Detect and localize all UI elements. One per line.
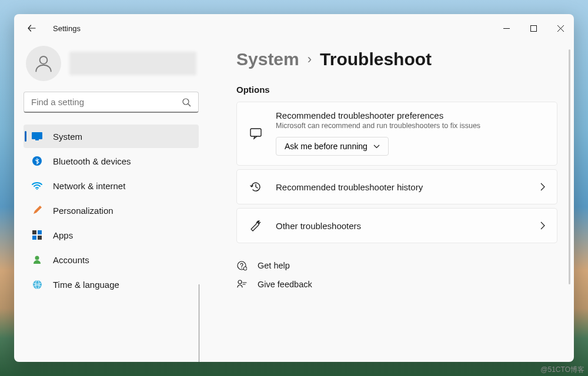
pref-subtitle: Microsoft can recommend and run troubles…: [276, 122, 545, 130]
breadcrumb: System › Troubleshoot: [236, 49, 557, 69]
search-box[interactable]: [24, 92, 199, 113]
svg-point-19: [238, 280, 242, 284]
close-button[interactable]: [547, 19, 574, 38]
watermark: @51CTO博客: [540, 365, 584, 375]
maximize-button[interactable]: [520, 19, 547, 38]
apps-icon: [32, 230, 42, 240]
sidebar: System Bluetooth & devices Network & int…: [14, 42, 208, 362]
search-input[interactable]: [31, 97, 182, 107]
close-icon: [557, 25, 564, 32]
breadcrumb-current: Troubleshoot: [320, 49, 432, 69]
sidebar-item-time[interactable]: Time & language: [24, 273, 199, 296]
svg-rect-8: [38, 230, 42, 234]
svg-rect-3: [32, 132, 42, 139]
feedback-label: Give feedback: [258, 280, 312, 289]
profile-name: [69, 52, 196, 75]
account-icon: [32, 254, 42, 265]
chat-icon: [249, 127, 263, 140]
help-label: Get help: [258, 261, 290, 270]
help-icon: [236, 260, 247, 271]
bluetooth-icon: [32, 156, 42, 166]
titlebar: Settings: [14, 14, 574, 42]
minimize-button[interactable]: [493, 19, 520, 38]
globe-icon: [32, 279, 42, 290]
sidebar-item-bluetooth[interactable]: Bluetooth & devices: [24, 149, 199, 173]
section-title-options: Options: [236, 85, 557, 95]
chevron-right-icon: [540, 183, 545, 191]
card-history[interactable]: Recommended troubleshooter history: [236, 169, 557, 204]
get-help-link[interactable]: Get help: [236, 256, 557, 275]
svg-rect-0: [530, 25, 536, 31]
feedback-icon: [236, 279, 247, 290]
svg-point-6: [36, 189, 38, 190]
nav-label: Bluetooth & devices: [53, 156, 131, 166]
avatar: [26, 46, 61, 81]
wifi-icon: [32, 180, 42, 191]
sidebar-item-apps[interactable]: Apps: [24, 223, 199, 247]
svg-rect-10: [38, 236, 42, 240]
chevron-down-icon: [373, 145, 380, 149]
nav-label: Personalization: [53, 206, 113, 216]
nav-label: Time & language: [53, 280, 119, 290]
main-scrollbar[interactable]: [569, 49, 570, 284]
pref-title: Recommended troubleshooter preferences: [276, 110, 545, 120]
maximize-icon: [530, 25, 537, 32]
svg-point-11: [35, 256, 39, 260]
svg-rect-14: [250, 129, 261, 136]
nav-label: Apps: [53, 230, 73, 240]
history-icon: [249, 180, 263, 193]
svg-point-1: [40, 56, 48, 64]
sidebar-item-network[interactable]: Network & internet: [24, 174, 199, 197]
minimize-icon: [503, 25, 510, 32]
search-icon: [182, 98, 191, 107]
svg-point-18: [243, 267, 247, 270]
card-other-troubleshooters[interactable]: Other troubleshooters: [236, 208, 557, 243]
display-icon: [32, 131, 42, 142]
svg-point-12: [33, 280, 42, 289]
dropdown-value: Ask me before running: [285, 142, 368, 151]
person-icon: [34, 53, 54, 73]
svg-rect-7: [32, 230, 36, 234]
window-title: Settings: [53, 24, 81, 33]
brush-icon: [32, 205, 42, 216]
wrench-icon: [249, 219, 263, 232]
profile-section[interactable]: [24, 42, 199, 92]
nav-label: Accounts: [53, 255, 89, 265]
main-content: System › Troubleshoot Options Recommende…: [208, 42, 574, 362]
other-title: Other troubleshooters: [276, 221, 527, 231]
sidebar-item-system[interactable]: System: [24, 125, 199, 148]
nav-list: System Bluetooth & devices Network & int…: [24, 125, 199, 296]
card-preferences: Recommended troubleshooter preferences M…: [236, 102, 557, 166]
give-feedback-link[interactable]: Give feedback: [236, 275, 557, 294]
back-button[interactable]: [25, 21, 39, 35]
nav-label: System: [53, 132, 82, 142]
breadcrumb-parent[interactable]: System: [236, 49, 299, 69]
svg-rect-9: [32, 236, 36, 240]
svg-point-2: [183, 99, 189, 105]
chevron-right-icon: [540, 221, 545, 230]
pref-dropdown[interactable]: Ask me before running: [276, 137, 389, 156]
sidebar-item-personalization[interactable]: Personalization: [24, 199, 199, 222]
svg-rect-4: [35, 139, 39, 140]
history-title: Recommended troubleshooter history: [276, 182, 527, 192]
sidebar-scrollbar[interactable]: [199, 284, 199, 362]
chevron-right-icon: ›: [308, 52, 312, 67]
nav-label: Network & internet: [53, 181, 125, 191]
related-links: Get help Give feedback: [236, 256, 557, 294]
back-arrow-icon: [27, 24, 36, 33]
settings-window: Settings System Bluetooth & devices Netw…: [14, 14, 574, 362]
sidebar-item-accounts[interactable]: Accounts: [24, 248, 199, 271]
